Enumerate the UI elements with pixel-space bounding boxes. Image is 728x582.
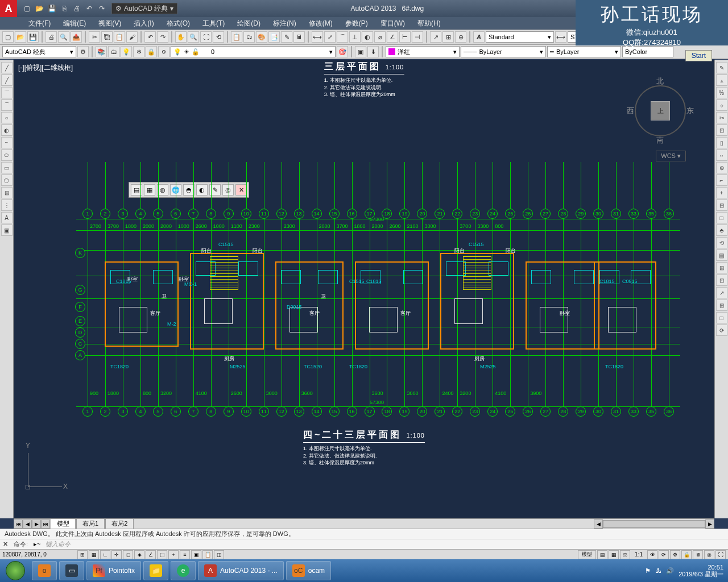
modify-tool-8[interactable]: ⊕: [716, 162, 727, 173]
viewport-label[interactable]: [-][俯视][二维线框]: [18, 63, 73, 73]
taskbar-browser[interactable]: e: [171, 561, 196, 580]
qat-new-icon[interactable]: ▢: [22, 3, 32, 14]
leader-icon[interactable]: ↗: [430, 31, 441, 43]
calc-icon[interactable]: 🖩: [293, 31, 305, 43]
text-style-dropdown[interactable]: Standard▾: [486, 31, 554, 43]
qv-dwg-icon[interactable]: ▦: [609, 550, 619, 559]
draw-tool-3[interactable]: ⌒: [1, 99, 13, 111]
dim-icon[interactable]: ⟷: [555, 31, 566, 43]
workspace-dropdown-2[interactable]: AutoCAD 经典▾: [2, 46, 76, 57]
command-line[interactable]: ✕ 命令: ▸~ 键入命令: [0, 539, 728, 549]
hscroll-right-icon[interactable]: ▶: [705, 519, 714, 529]
start-button[interactable]: [0, 559, 31, 582]
modify-tool-19[interactable]: ⊞: [716, 300, 727, 311]
annovis-icon[interactable]: 👁: [647, 550, 657, 559]
grid-icon[interactable]: ▦: [89, 550, 99, 559]
menu-item[interactable]: 工具(T): [197, 18, 230, 30]
tab-layout1[interactable]: 布局1: [76, 518, 105, 529]
layer-iso-icon[interactable]: 💡: [121, 46, 132, 57]
command-input[interactable]: 键入命令: [43, 540, 729, 548]
modify-tool-21[interactable]: ⟳: [716, 325, 727, 336]
markup-icon[interactable]: ✎: [281, 31, 292, 43]
cmd-close-icon[interactable]: ✕: [0, 541, 10, 548]
draw-tool-12[interactable]: A: [1, 212, 13, 223]
draw-tool-9[interactable]: ⬠: [1, 174, 13, 186]
dim-cont-icon[interactable]: ⊣: [412, 31, 423, 43]
model-btn[interactable]: 模型: [578, 550, 596, 559]
annoscale-icon[interactable]: ⚖: [620, 550, 630, 559]
layer-dropdown[interactable]: 💡☀🔓0▾: [171, 46, 336, 57]
modify-tool-9[interactable]: ⌐: [716, 174, 727, 186]
insert-icon[interactable]: ⬇: [367, 46, 379, 57]
taskbar-pointofix[interactable]: PfPointofix: [86, 561, 141, 580]
dim-aligned-icon[interactable]: ⤢: [324, 31, 336, 43]
tab-first-icon[interactable]: ⏮: [14, 519, 23, 529]
tab-layout2[interactable]: 布局2: [105, 518, 134, 529]
otrack-icon[interactable]: ∠: [146, 550, 156, 559]
tpy-icon[interactable]: ▣: [191, 550, 201, 559]
taskbar-app-1[interactable]: o: [32, 561, 57, 580]
modify-tool-13[interactable]: ⬘: [716, 225, 727, 236]
pointofix-start-button[interactable]: Start: [685, 50, 712, 61]
modify-tool-4[interactable]: ✂: [716, 112, 727, 123]
color-dropdown[interactable]: 洋红▾: [386, 46, 460, 57]
view-cube[interactable]: 上 北 南 东 西: [629, 80, 692, 142]
modify-tool-6[interactable]: ▯: [716, 137, 727, 148]
taskbar-app-2[interactable]: ▭: [59, 561, 84, 580]
properties-icon[interactable]: 📋: [231, 31, 242, 43]
tab-model[interactable]: 模型: [51, 518, 76, 529]
open-icon[interactable]: 📂: [15, 31, 26, 43]
menu-item[interactable]: 窗口(W): [375, 18, 411, 30]
coordinates[interactable]: 120807, 20817, 0: [2, 551, 76, 558]
sheetset-icon[interactable]: 📑: [268, 31, 280, 43]
menu-item[interactable]: 插入(I): [128, 18, 159, 30]
qv-layouts-icon[interactable]: ▤: [597, 550, 607, 559]
layer-props-icon[interactable]: 📚: [96, 46, 107, 57]
match-icon[interactable]: 🖌: [126, 31, 138, 43]
dim-arc-icon[interactable]: ⌒: [337, 31, 348, 43]
cut-icon[interactable]: ✂: [89, 31, 100, 43]
osnap-icon[interactable]: ◻: [123, 550, 133, 559]
draw-tool-2[interactable]: ⌒: [1, 87, 13, 98]
layer-match-icon[interactable]: 🎯: [337, 46, 348, 57]
modify-tool-11[interactable]: ⊟: [716, 199, 727, 211]
menu-item[interactable]: 参数(P): [340, 18, 374, 30]
qat-saveas-icon[interactable]: ⎘: [59, 3, 69, 14]
layer-freeze-icon[interactable]: ❄: [133, 46, 144, 57]
copy-icon[interactable]: ⿻: [101, 31, 113, 43]
draw-tool-11[interactable]: ⋮: [1, 199, 13, 211]
menu-item[interactable]: 修改(M): [303, 18, 338, 30]
qat-undo-icon[interactable]: ↶: [84, 3, 94, 14]
taskbar-ocam[interactable]: oCocam: [286, 561, 331, 580]
text-icon[interactable]: A: [473, 31, 485, 43]
ducs-icon[interactable]: ⬚: [157, 550, 167, 559]
drawing-canvas[interactable]: [-][俯视][二维线框] 三层平面图1:100 1. 本图标注尺寸以毫米为单位…: [14, 60, 714, 518]
workspace-dropdown[interactable]: ⚙ AutoCAD 经典 ▾: [111, 3, 177, 14]
modify-tool-20[interactable]: □: [716, 312, 727, 323]
ws-settings-icon[interactable]: ⚙: [77, 46, 89, 57]
taskbar-explorer[interactable]: 📁: [143, 561, 168, 580]
redo-icon[interactable]: ↷: [157, 31, 168, 43]
modify-tool-14[interactable]: ⟲: [716, 237, 727, 248]
viewcube-south[interactable]: 南: [656, 135, 664, 146]
zoom-prev-icon[interactable]: ⟲: [213, 31, 224, 43]
hardware-icon[interactable]: 🖥: [693, 550, 703, 559]
menu-item[interactable]: 标注(N): [267, 18, 302, 30]
snap-icon[interactable]: ⊞: [77, 550, 88, 559]
viewcube-north[interactable]: 北: [656, 76, 664, 86]
taskbar-autocad[interactable]: AAutoCAD 2013 - ...: [198, 561, 284, 580]
modify-tool-17[interactable]: ⊡: [716, 275, 727, 286]
draw-tool-6[interactable]: ~: [1, 137, 13, 148]
pan-icon[interactable]: ✋: [175, 31, 187, 43]
designcenter-icon[interactable]: 🗂: [243, 31, 255, 43]
polar-icon[interactable]: ✛: [111, 550, 122, 559]
hscroll-left-icon[interactable]: ◀: [594, 519, 603, 529]
modify-tool-1[interactable]: ⟁: [716, 74, 727, 86]
undo-icon[interactable]: ↶: [144, 31, 156, 43]
qat-redo-icon[interactable]: ↷: [97, 3, 107, 14]
menu-item[interactable]: 编辑(E): [57, 18, 92, 30]
paste-icon[interactable]: 📋: [114, 31, 125, 43]
tray-flag-icon[interactable]: ⚑: [645, 567, 651, 575]
menu-item[interactable]: 格式(O): [161, 18, 196, 30]
viewcube-west[interactable]: 西: [627, 106, 634, 116]
